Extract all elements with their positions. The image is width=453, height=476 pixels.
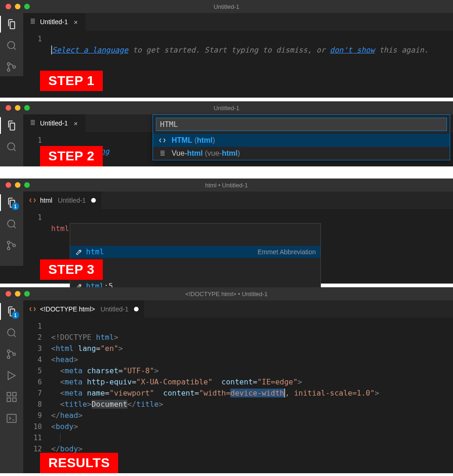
window-step3: html • Untitled-1 1 html Untitl	[0, 178, 453, 284]
extensions-icon[interactable]	[5, 390, 18, 403]
placeholder-text: to get started. Start typing to dismiss,…	[128, 46, 330, 54]
code-token: =	[105, 389, 110, 397]
maximize-window-button[interactable]	[24, 105, 30, 111]
activity-bar	[0, 13, 23, 76]
code-token: head	[56, 355, 74, 364]
svg-point-6	[7, 241, 10, 244]
file-icon	[29, 18, 36, 26]
code-token: content	[221, 377, 253, 386]
code-token: >	[78, 411, 83, 420]
editor[interactable]: 1 html html Emmet Abbreviation html:5	[23, 209, 453, 266]
dont-show-link[interactable]: don't show	[330, 46, 374, 54]
minimize-window-button[interactable]	[15, 4, 20, 9]
code-token: </	[127, 400, 136, 409]
option-match: html	[187, 149, 203, 157]
explorer-badge: 1	[12, 203, 19, 210]
suggest-item-html[interactable]: html Emmet Abbreviation	[70, 246, 320, 258]
code-token: html	[56, 344, 78, 353]
minimize-window-button[interactable]	[15, 291, 20, 297]
activity-bar: 1	[0, 300, 23, 473]
traffic-lights	[0, 4, 30, 9]
code-token: html	[96, 333, 114, 342]
svg-point-5	[7, 220, 14, 227]
search-icon[interactable]	[5, 39, 18, 52]
source-control-icon[interactable]	[5, 239, 18, 252]
code-token	[51, 433, 60, 442]
tab-lang-label: html	[40, 197, 52, 204]
activity-bar: 1	[0, 192, 23, 266]
code-token: =	[119, 366, 123, 375]
run-debug-icon[interactable]	[5, 369, 18, 382]
code-token: <	[51, 422, 56, 431]
editor[interactable]: 1 Select a language to get started. Star…	[23, 31, 453, 76]
select-language-link[interactable]: Select a language	[52, 46, 128, 54]
line-number: 5	[23, 365, 42, 377]
code-token-selected: device-width	[230, 389, 284, 397]
editor[interactable]: 123456789101112 <!DOCTYPE html> <html la…	[23, 318, 453, 476]
code-token: >	[154, 366, 159, 375]
dirty-dot-icon	[91, 198, 96, 203]
language-option-html[interactable]: HTML (html)	[153, 134, 450, 147]
code-token: meta	[65, 389, 87, 397]
titlebar[interactable]: <!DOCTYPE html> • Untitled-1	[0, 287, 453, 300]
svg-rect-13	[7, 392, 11, 396]
tab-untitled[interactable]: Untitled-1 ×	[23, 114, 86, 132]
terminal-icon[interactable]	[5, 412, 18, 425]
close-window-button[interactable]	[6, 291, 11, 297]
svg-point-11	[7, 356, 10, 358]
tab-doctype-untitled[interactable]: <!DOCTYPE html> Untitled-1	[23, 300, 145, 318]
code-token: , initial-scale=1.0"	[285, 389, 375, 397]
line-number: 1	[23, 33, 42, 45]
maximize-window-button[interactable]	[24, 4, 30, 9]
code-token: meta	[65, 377, 87, 386]
titlebar[interactable]: Untitled-1	[0, 0, 453, 13]
line-gutter: 1	[23, 212, 51, 257]
traffic-lights	[0, 105, 30, 111]
maximize-window-button[interactable]	[24, 182, 30, 188]
titlebar[interactable]: html • Untitled-1	[0, 178, 453, 192]
code-token: >	[73, 422, 78, 431]
language-picker-input[interactable]	[156, 118, 447, 131]
source-control-icon[interactable]	[5, 348, 18, 361]
explorer-icon[interactable]	[5, 18, 18, 31]
tab-html-untitled[interactable]: html Untitled-1	[23, 192, 102, 209]
source-control-icon[interactable]	[5, 60, 18, 73]
code-token: title	[65, 400, 87, 409]
close-window-button[interactable]	[6, 105, 11, 111]
code-token: meta	[65, 366, 87, 375]
svg-point-9	[7, 329, 14, 336]
svg-point-7	[7, 247, 10, 250]
line-number: 11	[23, 432, 42, 443]
explorer-icon[interactable]: 1	[5, 305, 18, 318]
step-1-badge: STEP 1	[40, 71, 103, 91]
code-token: "IE=edge"	[257, 377, 298, 386]
activity-bar	[0, 114, 23, 166]
code-content[interactable]: Select a language to get started. Start …	[51, 33, 453, 67]
maximize-window-button[interactable]	[24, 291, 30, 297]
code-token: "viewport"	[109, 389, 154, 397]
close-window-button[interactable]	[6, 182, 11, 188]
line-number: 8	[23, 399, 42, 410]
code-token: >	[298, 377, 302, 386]
typed-text: html	[51, 224, 69, 233]
close-tab-icon[interactable]: ×	[72, 18, 80, 26]
search-icon[interactable]	[5, 218, 18, 231]
minimize-window-button[interactable]	[15, 105, 20, 111]
search-icon[interactable]	[5, 140, 18, 153]
tab-untitled[interactable]: Untitled-1 ×	[23, 13, 86, 31]
explorer-icon[interactable]: 1	[5, 196, 18, 209]
titlebar[interactable]: Untitled-1	[0, 101, 453, 114]
search-icon[interactable]	[5, 326, 18, 339]
minimize-window-button[interactable]	[15, 182, 20, 188]
close-tab-icon[interactable]: ×	[72, 119, 80, 127]
explorer-icon[interactable]	[5, 119, 18, 132]
html-icon	[29, 305, 36, 313]
code-token: <	[51, 344, 56, 353]
svg-rect-15	[13, 398, 16, 402]
code-content[interactable]: html html Emmet Abbreviation html:5	[51, 212, 453, 257]
language-option-vue-html[interactable]: Vue-html (vue-html)	[153, 147, 450, 160]
suggest-hint: Emmet Abbreviation	[230, 247, 316, 257]
code-token: </	[51, 444, 60, 453]
option-id-match: html	[222, 149, 238, 157]
close-window-button[interactable]	[6, 4, 11, 9]
